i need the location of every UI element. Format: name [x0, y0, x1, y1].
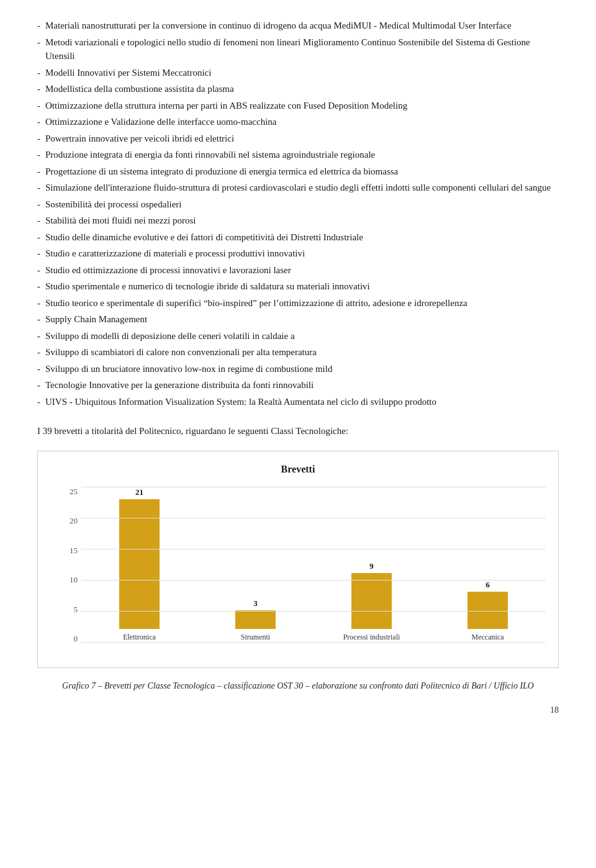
- bullet-list: -Materiali nanostrutturati per la conver…: [37, 19, 559, 409]
- list-item-text: Studio teorico e sperimentale di superif…: [45, 296, 467, 310]
- bullet-dash: -: [37, 312, 40, 327]
- list-item-text: Produzione integrata di energia da fonti…: [45, 148, 375, 162]
- bullet-dash: -: [37, 181, 40, 195]
- bullet-dash: -: [37, 230, 40, 245]
- bullet-dash: -: [37, 263, 40, 278]
- y-axis: 0510152025: [50, 487, 81, 643]
- chart-caption: Grafico 7 – Brevetti per Classe Tecnolog…: [37, 679, 559, 693]
- bullet-dash: -: [37, 329, 40, 343]
- list-item-text: UIVS - Ubiquitous Information Visualizat…: [45, 395, 436, 409]
- list-item-text: Progettazione di un sistema integrato di…: [45, 165, 398, 179]
- list-item-text: Tecnologie Innovative per la generazione…: [45, 378, 314, 392]
- list-item-text: Supply Chain Management: [45, 312, 147, 327]
- bullet-dash: -: [37, 246, 40, 261]
- list-item: -Supply Chain Management: [37, 312, 559, 327]
- bullet-dash: -: [37, 362, 40, 376]
- list-item: -Ottimizzazione e Validazione delle inte…: [37, 115, 559, 129]
- list-item: -Materiali nanostrutturati per la conver…: [37, 19, 559, 33]
- grid-line: [81, 487, 546, 487]
- list-item: -Sviluppo di un bruciatore innovativo lo…: [37, 362, 559, 376]
- list-item-text: Simulazione dell'interazione fluido-stru…: [45, 181, 551, 195]
- bullet-dash: -: [37, 148, 40, 162]
- bullet-dash: -: [37, 35, 40, 63]
- bullet-dash: -: [37, 279, 40, 294]
- grid-line: [81, 549, 546, 549]
- list-item-text: Materiali nanostrutturati per la convers…: [45, 19, 512, 33]
- chart-title: Brevetti: [50, 464, 546, 475]
- list-item: -Produzione integrata di energia da font…: [37, 148, 559, 162]
- y-axis-label: 25: [50, 487, 81, 495]
- bullet-dash: -: [37, 345, 40, 359]
- y-axis-label: 0: [50, 635, 81, 643]
- list-item: -UIVS - Ubiquitous Information Visualiza…: [37, 395, 559, 409]
- y-axis-label: 5: [50, 605, 81, 613]
- list-item: -Simulazione dell'interazione fluido-str…: [37, 181, 559, 195]
- list-item-text: Studio delle dinamiche evolutive e dei f…: [45, 230, 363, 245]
- list-item: -Sviluppo di scambiatori di calore non c…: [37, 345, 559, 359]
- list-item-text: Stabilità dei moti fluidi nei mezzi poro…: [45, 214, 196, 228]
- list-item: -Studio ed ottimizzazione di processi in…: [37, 263, 559, 278]
- list-item-text: Sviluppo di scambiatori di calore non co…: [45, 345, 317, 359]
- list-item: -Powertrain innovative per veicoli ibrid…: [37, 132, 559, 146]
- bullet-dash: -: [37, 66, 40, 80]
- list-item-text: Ottimizzazione della struttura interna p…: [45, 99, 407, 113]
- list-item: -Studio delle dinamiche evolutive e dei …: [37, 230, 559, 245]
- bullet-dash: -: [37, 395, 40, 409]
- list-item-text: Metodi variazionali e topologici nello s…: [45, 35, 559, 63]
- bullet-dash: -: [37, 99, 40, 113]
- list-item-text: Powertrain innovative per veicoli ibridi…: [45, 132, 234, 146]
- chart-area: 0510152025 21Elettronica3Strumenti9Proce…: [50, 487, 546, 661]
- list-item: -Sviluppo di modelli di deposizione dell…: [37, 329, 559, 343]
- list-item: -Modelli Innovativi per Sistemi Meccatro…: [37, 66, 559, 80]
- list-item-text: Sostenibilità dei processi ospedalieri: [45, 197, 182, 212]
- grid-line: [81, 580, 546, 581]
- y-axis-label: 15: [50, 546, 81, 554]
- list-item-text: Ottimizzazione e Validazione delle inter…: [45, 115, 276, 129]
- list-item: -Stabilità dei moti fluidi nei mezzi por…: [37, 214, 559, 228]
- list-item-text: Sviluppo di modelli di deposizione delle…: [45, 329, 295, 343]
- bullet-dash: -: [37, 214, 40, 228]
- bullet-dash: -: [37, 378, 40, 392]
- bullet-dash: -: [37, 197, 40, 212]
- list-item-text: Modellistica della combustione assistita…: [45, 82, 234, 96]
- grid-line: [81, 642, 546, 643]
- bullet-dash: -: [37, 19, 40, 33]
- bullet-dash: -: [37, 296, 40, 310]
- page-number: 18: [37, 705, 559, 715]
- bullet-dash: -: [37, 82, 40, 96]
- list-item: -Studio sperimentale e numerico di tecno…: [37, 279, 559, 294]
- list-item: -Metodi variazionali e topologici nello …: [37, 35, 559, 63]
- y-axis-label: 20: [50, 517, 81, 525]
- list-item-text: Studio sperimentale e numerico di tecnol…: [45, 279, 370, 294]
- list-item-text: Studio ed ottimizzazione di processi inn…: [45, 263, 291, 278]
- grid-line: [81, 611, 546, 612]
- bullet-dash: -: [37, 165, 40, 179]
- list-item-text: Modelli Innovativi per Sistemi Meccatron…: [45, 66, 211, 80]
- bullet-dash: -: [37, 132, 40, 146]
- list-item: -Progettazione di un sistema integrato d…: [37, 165, 559, 179]
- list-item-text: Studio e caratterizzazione di materiali …: [45, 246, 305, 261]
- intro-paragraph: I 39 brevetti a titolarità del Politecni…: [37, 423, 559, 438]
- grid-line: [81, 518, 546, 518]
- list-item: -Modellistica della combustione assistit…: [37, 82, 559, 96]
- grid-lines: [81, 487, 546, 643]
- list-item: -Sostenibilità dei processi ospedalieri: [37, 197, 559, 212]
- list-item: -Tecnologie Innovative per la generazion…: [37, 378, 559, 392]
- list-item: -Studio teorico e sperimentale di superi…: [37, 296, 559, 310]
- list-item: -Ottimizzazione della struttura interna …: [37, 99, 559, 113]
- list-item: -Studio e caratterizzazione di materiali…: [37, 246, 559, 261]
- list-item-text: Sviluppo di un bruciatore innovativo low…: [45, 362, 332, 376]
- y-axis-label: 10: [50, 576, 81, 584]
- chart-container: Brevetti 0510152025 21Elettronica3Strume…: [37, 451, 559, 668]
- bullet-dash: -: [37, 115, 40, 129]
